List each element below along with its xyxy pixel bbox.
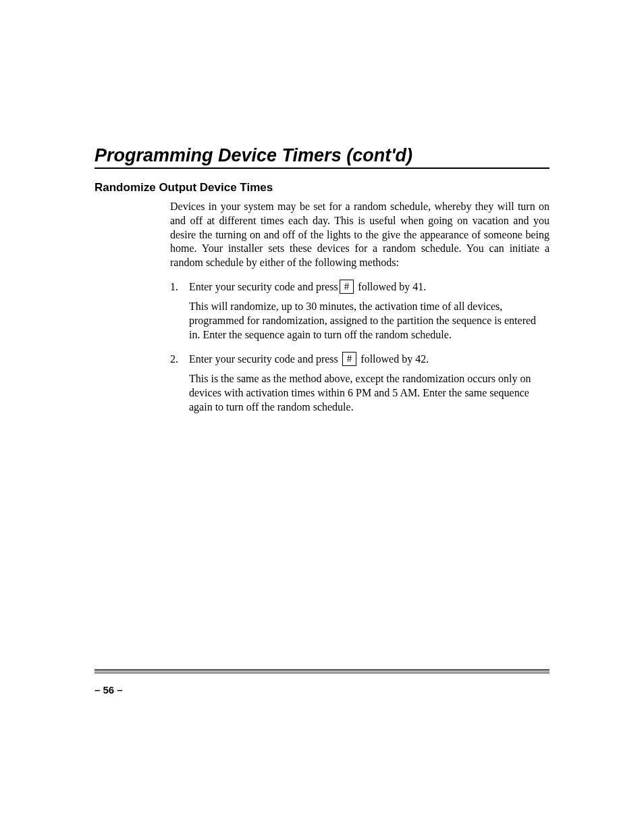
page-number: – 56 – xyxy=(95,684,549,696)
item-text-wrap: Enter your security code and press # fol… xyxy=(189,352,429,367)
item-body-text: This will randomize, up to 30 minutes, t… xyxy=(189,300,549,342)
item-lead-text: Enter your security code and press xyxy=(189,353,341,365)
numbered-list: 1. Enter your security code and press# f… xyxy=(170,280,549,415)
list-item: 2. Enter your security code and press # … xyxy=(170,352,549,415)
item-number: 1. xyxy=(170,280,189,294)
list-item-header: 2. Enter your security code and press # … xyxy=(170,352,549,367)
page-footer: – 56 – xyxy=(95,669,549,696)
page-title: Programming Device Timers (cont'd) xyxy=(95,145,549,166)
list-item-header: 1. Enter your security code and press# f… xyxy=(170,280,549,294)
list-item: 1. Enter your security code and press# f… xyxy=(170,280,549,342)
intro-paragraph: Devices in your system may be set for a … xyxy=(170,200,549,270)
title-underline xyxy=(95,167,549,169)
section-heading: Randomize Output Device Times xyxy=(95,181,549,194)
item-tail-text: followed by 41. xyxy=(355,281,426,292)
footer-rule xyxy=(95,669,549,671)
item-body-text: This is the same as the method above, ex… xyxy=(189,372,549,414)
keypad-key-hash: # xyxy=(342,352,357,366)
footer-rule-thin xyxy=(95,673,549,673)
page-content: Programming Device Timers (cont'd) Rando… xyxy=(0,0,644,415)
keypad-key-hash: # xyxy=(340,280,354,294)
item-text-wrap: Enter your security code and press# foll… xyxy=(189,280,426,294)
item-lead-text: Enter your security code and press xyxy=(189,281,338,292)
item-number: 2. xyxy=(170,352,189,367)
item-tail-text: followed by 42. xyxy=(358,353,429,365)
